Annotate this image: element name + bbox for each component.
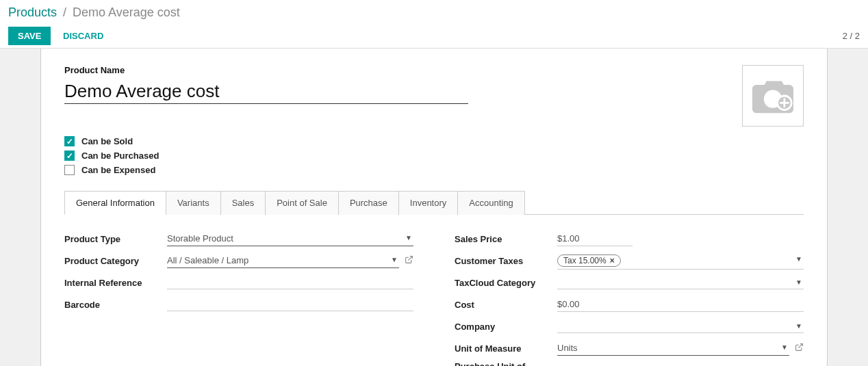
product-category-label: Product Category xyxy=(64,256,167,266)
tab-point-of-sale[interactable]: Point of Sale xyxy=(265,191,339,215)
chevron-down-icon: ▼ xyxy=(405,234,412,241)
company-label: Company xyxy=(455,322,557,332)
tab-purchase[interactable]: Purchase xyxy=(338,191,399,215)
cost-input[interactable]: $0.00 xyxy=(557,297,804,312)
chevron-down-icon: ▼ xyxy=(391,256,398,263)
chevron-down-icon: ▼ xyxy=(795,255,802,263)
unit-of-measure-label: Unit of Measure xyxy=(455,343,557,354)
tab-sales[interactable]: Sales xyxy=(220,191,266,215)
tax-tag: Tax 15.00%× xyxy=(557,254,621,267)
chevron-down-icon: ▼ xyxy=(795,322,802,330)
external-link-icon[interactable] xyxy=(795,343,804,354)
barcode-input[interactable] xyxy=(167,298,413,311)
can-be-expensed-checkbox[interactable]: Can be Expensed xyxy=(64,165,804,175)
can-be-sold-checkbox[interactable]: ✓Can be Sold xyxy=(64,136,804,146)
internal-reference-label: Internal Reference xyxy=(64,278,167,288)
breadcrumb: Products / Demo Average cost xyxy=(8,5,860,20)
product-name-input[interactable] xyxy=(64,79,468,104)
sales-price-input[interactable]: $1.00 xyxy=(557,231,633,246)
company-select[interactable]: ▼ xyxy=(557,319,804,333)
product-type-select[interactable]: Storable Product▼ xyxy=(167,231,413,246)
remove-tag-icon[interactable]: × xyxy=(610,256,615,265)
internal-reference-input[interactable] xyxy=(167,276,413,289)
camera-add-icon xyxy=(752,77,793,114)
breadcrumb-current: Demo Average cost xyxy=(73,5,180,19)
product-name-label: Product Name xyxy=(64,65,742,75)
tab-general-information[interactable]: General Information xyxy=(64,191,166,215)
product-image-upload[interactable] xyxy=(742,65,804,127)
external-link-icon[interactable] xyxy=(405,255,413,266)
purchase-uom-label: Purchase Unit of Measure xyxy=(455,361,557,366)
save-button[interactable]: SAVE xyxy=(8,27,51,45)
can-be-purchased-checkbox[interactable]: ✓Can be Purchased xyxy=(64,151,804,161)
cost-label: Cost xyxy=(455,300,557,310)
breadcrumb-root[interactable]: Products xyxy=(8,5,57,19)
unit-of-measure-select[interactable]: Units▼ xyxy=(557,341,789,356)
tabs: General Information Variants Sales Point… xyxy=(64,190,804,215)
svg-line-2 xyxy=(798,344,802,348)
customer-taxes-select[interactable]: Tax 15.00%× ▼ xyxy=(557,252,804,270)
taxcloud-category-label: TaxCloud Category xyxy=(455,278,557,288)
svg-line-1 xyxy=(408,257,412,261)
chevron-down-icon: ▼ xyxy=(781,343,788,351)
discard-button[interactable]: DISCARD xyxy=(63,31,103,41)
product-type-label: Product Type xyxy=(64,234,167,244)
form-sheet: Product Name ✓Can be Sold ✓Can be Purcha… xyxy=(40,49,828,366)
tab-accounting[interactable]: Accounting xyxy=(457,191,524,215)
pager[interactable]: 2 / 2 xyxy=(843,31,860,41)
customer-taxes-label: Customer Taxes xyxy=(455,256,557,266)
taxcloud-category-select[interactable]: ▼ xyxy=(557,276,804,289)
breadcrumb-separator: / xyxy=(63,5,66,19)
tab-inventory[interactable]: Inventory xyxy=(398,191,458,215)
sales-price-label: Sales Price xyxy=(455,234,557,244)
barcode-label: Barcode xyxy=(64,300,167,310)
tab-variants[interactable]: Variants xyxy=(166,191,221,215)
product-category-select[interactable]: All / Saleable / Lamp▼ xyxy=(167,253,399,268)
chevron-down-icon: ▼ xyxy=(795,278,802,286)
